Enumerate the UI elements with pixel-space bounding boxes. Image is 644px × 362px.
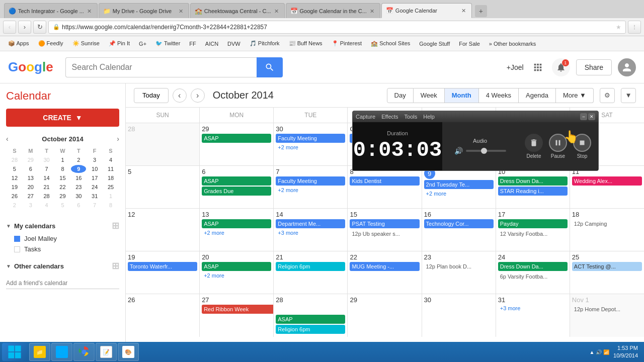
more-link[interactable]: +2 more bbox=[202, 229, 271, 236]
mini-day[interactable]: 19 bbox=[7, 183, 22, 191]
mini-day[interactable]: 26 bbox=[7, 192, 22, 200]
tab-close-active[interactable]: ✕ bbox=[460, 7, 467, 14]
view-4weeks-button[interactable]: 4 Weeks bbox=[479, 88, 519, 103]
more-link[interactable]: +2 more bbox=[276, 187, 345, 194]
event-mug-meeting[interactable]: MUG Meeting -... bbox=[350, 262, 419, 271]
grid-cell[interactable]: 28 ASAP Religion 6pm bbox=[274, 294, 348, 337]
mini-day-today[interactable]: 9 bbox=[71, 165, 86, 173]
grid-cell[interactable]: 5 bbox=[126, 166, 200, 208]
event-technology-cor[interactable]: Technology Cor... bbox=[424, 219, 494, 228]
event-plan-book[interactable]: 12p Plan book D... bbox=[424, 262, 494, 271]
settings-button[interactable]: ⚙ bbox=[600, 88, 615, 103]
mini-day[interactable]: 3 bbox=[23, 201, 38, 209]
grid-cell[interactable]: 18 12p Camping bbox=[570, 209, 644, 251]
back-button[interactable]: ‹ bbox=[3, 21, 16, 34]
grid-cell[interactable]: 26 bbox=[126, 294, 200, 337]
mini-day[interactable]: 13 bbox=[23, 174, 38, 182]
menu-tools[interactable]: Tools bbox=[405, 114, 418, 120]
grid-cell[interactable]: 12 bbox=[126, 209, 200, 251]
grid-cell[interactable]: 11 Wedding Alex... bbox=[570, 166, 644, 208]
bookmark-gplus[interactable]: G+ bbox=[135, 38, 150, 50]
event-varsity-17[interactable]: 12 Varsity Footba... bbox=[498, 229, 568, 238]
mini-day[interactable]: 20 bbox=[23, 183, 38, 191]
event-grades-due[interactable]: Grades Due bbox=[202, 187, 271, 196]
event-wedding-alex[interactable]: Wedding Alex... bbox=[572, 176, 642, 186]
mini-day[interactable]: 28 bbox=[7, 156, 22, 164]
mini-day[interactable]: 17 bbox=[87, 174, 102, 182]
calendar-item-tasks[interactable]: Tasks bbox=[6, 244, 119, 254]
add-calendar-icon[interactable]: ⊞ bbox=[112, 220, 119, 231]
stop-control[interactable]: Stop bbox=[573, 134, 591, 159]
delete-control[interactable]: Delete bbox=[525, 134, 543, 159]
view-day-button[interactable]: Day bbox=[387, 88, 414, 103]
taskbar-item-explorer[interactable]: 📁 bbox=[29, 343, 50, 361]
event-dept-meeting[interactable]: Department Me... bbox=[276, 219, 345, 228]
mini-next-button[interactable]: › bbox=[117, 135, 119, 143]
search-button[interactable] bbox=[257, 57, 283, 77]
event-star-reading[interactable]: STAR Reading i... bbox=[498, 187, 568, 196]
my-calendars-header[interactable]: ▼ My calendars ⊞ bbox=[6, 218, 119, 233]
view-more-button[interactable]: More ▼ bbox=[556, 88, 594, 103]
event-camping[interactable]: 12p Camping bbox=[572, 219, 642, 228]
mini-day[interactable]: 22 bbox=[55, 183, 70, 191]
mini-day[interactable]: 5 bbox=[55, 201, 70, 209]
grid-cell[interactable]: 23 12p Plan book D... bbox=[422, 251, 496, 294]
grid-cell[interactable]: 24 Dress Down Da... 6p Varsity Footba... bbox=[496, 251, 570, 294]
tab-my-drive[interactable]: 📁 My Drive - Google Drive ✕ bbox=[99, 3, 189, 18]
grid-cell[interactable]: 14 Department Me... +3 more bbox=[274, 209, 348, 251]
grid-cell[interactable]: 10 Dress Down Da... STAR Reading i... bbox=[496, 166, 570, 208]
pause-control[interactable]: Pause bbox=[549, 134, 567, 159]
grid-cell[interactable]: 31 +3 more bbox=[496, 294, 570, 337]
next-month-button[interactable]: › bbox=[191, 88, 205, 103]
mini-day[interactable]: 29 bbox=[55, 192, 70, 200]
grid-cell[interactable]: 15 PSAT Testing 12p Ub speaker s... bbox=[348, 209, 422, 251]
calendar-item-joel[interactable]: Joel Malley bbox=[6, 233, 119, 244]
bookmark-buffnews[interactable]: 📰 Buff News bbox=[285, 38, 327, 50]
mini-day[interactable]: 16 bbox=[71, 174, 86, 182]
event-ub-speaker[interactable]: 12p Ub speaker s... bbox=[350, 229, 419, 238]
grid-cell[interactable]: 22 MUG Meeting -... bbox=[348, 251, 422, 294]
grid-cell[interactable]: 8 Kids Dentist bbox=[348, 166, 422, 208]
grid-cell[interactable]: 27 Red Ribbon Week bbox=[200, 294, 274, 337]
new-tab-button[interactable]: + bbox=[475, 5, 487, 17]
event-toronto[interactable]: Toronto Waterfr... bbox=[128, 262, 197, 271]
more-link[interactable]: +2 more bbox=[424, 190, 494, 197]
mini-day[interactable]: 15 bbox=[55, 174, 70, 182]
grid-cell[interactable]: 20 ASAP +2 more bbox=[200, 251, 274, 294]
event-asap[interactable]: ASAP bbox=[202, 176, 271, 186]
event-payday[interactable]: Payday bbox=[498, 219, 568, 228]
event-religion-28[interactable]: Religion 6pm bbox=[276, 325, 345, 334]
grid-cell[interactable]: Nov 1 12p Home Depot... bbox=[570, 294, 644, 337]
grid-cell[interactable]: 6 ASAP Grades Due bbox=[200, 166, 274, 208]
minimize-button[interactable]: – bbox=[580, 113, 587, 120]
grid-cell[interactable]: 28 bbox=[126, 123, 200, 165]
mini-day[interactable]: 14 bbox=[39, 174, 54, 182]
calendar-checkbox-joel[interactable] bbox=[14, 236, 20, 242]
start-button[interactable] bbox=[2, 343, 27, 361]
mini-day[interactable]: 1 bbox=[55, 156, 70, 164]
mini-day[interactable]: 5 bbox=[7, 165, 22, 173]
event-2nd-tuesday[interactable]: 2nd Tuesday Te... bbox=[424, 180, 494, 189]
tab-gcal-in-c[interactable]: 📅 Google Calendar in the C... ✕ bbox=[286, 3, 380, 18]
tab-cheektowaga[interactable]: 🏫 Cheektowaga Central - C... ✕ bbox=[190, 3, 285, 18]
mini-day[interactable]: 29 bbox=[23, 156, 38, 164]
mini-day[interactable]: 30 bbox=[71, 192, 86, 200]
grid-cell[interactable]: 7 Faculty Meeting +2 more bbox=[274, 166, 348, 208]
mini-day[interactable]: 4 bbox=[103, 156, 118, 164]
view-agenda-button[interactable]: Agenda bbox=[519, 88, 556, 103]
menu-capture[interactable]: Capture bbox=[356, 114, 375, 120]
tab-google-calendar[interactable]: 📅 Google Calendar ✕ bbox=[381, 3, 472, 18]
event-psat[interactable]: PSAT Testing bbox=[350, 219, 419, 228]
user-avatar[interactable] bbox=[618, 58, 636, 76]
extensions-button[interactable]: ⋮ bbox=[628, 21, 641, 34]
mini-day[interactable]: 21 bbox=[39, 183, 54, 191]
address-input[interactable] bbox=[62, 24, 612, 31]
grid-cell[interactable]: 16 Technology Cor... bbox=[422, 209, 496, 251]
event-religion-21[interactable]: Religion 6pm bbox=[276, 262, 345, 271]
mini-day[interactable]: 2 bbox=[7, 201, 22, 209]
grid-cell[interactable]: 30 Faculty Meeting +2 more bbox=[274, 123, 348, 165]
mini-day[interactable]: 6 bbox=[23, 165, 38, 173]
mini-day[interactable]: 24 bbox=[87, 183, 102, 191]
bookmark-pinit[interactable]: 📌 Pin It bbox=[105, 38, 134, 50]
grid-cell[interactable]: 30 bbox=[422, 294, 496, 337]
